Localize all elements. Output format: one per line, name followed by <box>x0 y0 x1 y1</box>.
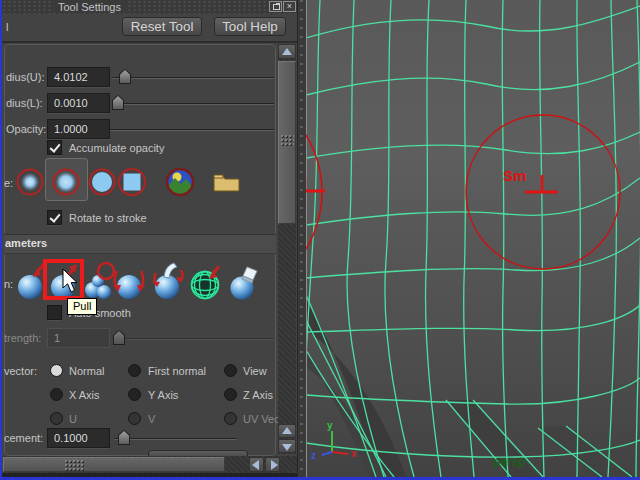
displacement-slider[interactable] <box>114 438 237 440</box>
radio-u <box>50 412 63 425</box>
radio-first-normal[interactable] <box>128 364 141 377</box>
radio-view-label: View <box>243 365 267 377</box>
reference-vector-label: vector: <box>4 365 37 377</box>
radio-uv-vector <box>224 412 237 425</box>
close-icon[interactable]: × <box>283 1 296 12</box>
radio-z-axis-label: Z Axis <box>243 389 273 401</box>
axis-x-label: x <box>351 448 357 459</box>
auto-smooth-checkbox[interactable] <box>47 305 62 320</box>
radius-u-slider[interactable] <box>112 77 274 79</box>
window-border-left <box>0 0 2 480</box>
tool-name-fragment: l <box>6 21 8 33</box>
brush-medium-soft-icon[interactable] <box>51 167 81 199</box>
scroll-left-button[interactable] <box>249 457 264 472</box>
rotate-to-stroke-checkbox[interactable] <box>47 210 62 225</box>
opacity-slider[interactable] <box>110 129 274 131</box>
parameters-section-header[interactable]: ameters <box>4 234 276 254</box>
strength-slider <box>112 338 274 340</box>
radius-l-slider[interactable] <box>112 103 274 105</box>
opacity-label: Opacity: <box>6 123 46 135</box>
profile-label: e: <box>4 177 13 189</box>
radio-z-axis[interactable] <box>224 388 237 401</box>
displacement-label: cement: <box>4 432 43 444</box>
radio-y-axis-label: Y Axis <box>148 389 178 401</box>
sculpt-brush-indicator: Sm <box>466 115 620 269</box>
vertical-scrollbar-thumb[interactable] <box>278 61 296 224</box>
radio-x-axis[interactable] <box>50 388 63 401</box>
accumulate-opacity-checkbox[interactable] <box>47 140 62 155</box>
arrow-up-icon <box>282 48 292 55</box>
check-icon <box>49 141 60 153</box>
viewport-persp[interactable]: Sm y x z persp <box>306 0 640 477</box>
operation-pinch-icon[interactable] <box>150 261 184 303</box>
horizontal-scrollbar-thumb[interactable] <box>3 457 225 472</box>
camera-name-label: persp <box>493 455 526 469</box>
radio-first-normal-label: First normal <box>148 365 206 377</box>
pull-tooltip: Pull <box>67 298 97 315</box>
operation-smooth-icon[interactable] <box>82 261 116 303</box>
vertical-scrollbar[interactable] <box>278 44 296 454</box>
operation-slide-icon[interactable] <box>186 261 224 303</box>
section-header-label: ameters <box>5 237 47 249</box>
radio-v <box>128 412 141 425</box>
viewport-canvas: Sm y x z persp <box>306 0 640 477</box>
radio-x-axis-label: X Axis <box>69 389 100 401</box>
arrow-left-icon <box>252 460 259 470</box>
brush-soft-icon[interactable] <box>15 167 45 199</box>
displacement-field[interactable]: 0.1000 <box>47 428 110 448</box>
radio-uv-vector-label: UV Vec <box>243 413 280 425</box>
panel-viewport-separator[interactable] <box>297 0 306 477</box>
strength-label: trength: <box>4 332 41 344</box>
scroll-down-button[interactable] <box>278 439 296 453</box>
operation-erase-icon[interactable] <box>227 261 263 303</box>
brush-solid-icon[interactable] <box>87 167 117 199</box>
panel-title: Tool Settings <box>52 1 127 13</box>
rotate-to-stroke-label: Rotate to stroke <box>69 212 147 224</box>
radio-y-axis[interactable] <box>128 388 141 401</box>
panel-titlebar[interactable]: Tool Settings × <box>2 0 297 14</box>
radius-u-label: dius(U): <box>6 71 45 83</box>
thumb-grip-dots <box>64 459 84 472</box>
opacity-field[interactable]: 1.0000 <box>47 119 110 139</box>
radius-u-field[interactable]: 4.0102 <box>47 67 110 87</box>
horizontal-scrollbar[interactable] <box>3 456 297 473</box>
radio-normal-label: Normal <box>69 365 104 377</box>
radius-l-label: dius(L): <box>6 97 43 109</box>
operation-label: n: <box>4 278 13 290</box>
thumb-grip-dots <box>280 134 294 147</box>
arrow-right-icon <box>271 460 278 470</box>
scroll-up-button-bottom[interactable] <box>278 424 296 438</box>
brush-operation-text: Sm <box>503 167 526 184</box>
radio-u-label: U <box>69 413 77 425</box>
tool-settings-panel: Tool Settings × l Reset Tool Tool Help d… <box>2 0 297 477</box>
axis-y-label: y <box>327 420 333 431</box>
accumulate-opacity-label: Accumulate opacity <box>69 142 164 154</box>
scroll-right-button[interactable] <box>265 457 280 472</box>
brush-square-icon[interactable] <box>117 167 147 199</box>
restore-window-icon[interactable] <box>269 1 282 12</box>
radius-l-field[interactable]: 0.0010 <box>47 93 110 113</box>
brush-image-icon[interactable] <box>165 167 195 199</box>
sculpt-brush-indicator-left <box>306 83 325 301</box>
radio-v-label: V <box>148 413 155 425</box>
browse-folder-icon[interactable] <box>211 169 243 197</box>
mouse-cursor-icon <box>62 268 80 296</box>
radio-normal[interactable] <box>50 364 63 377</box>
arrow-up-icon <box>282 427 292 434</box>
toolbar-divider <box>2 41 297 43</box>
radio-view[interactable] <box>224 364 237 377</box>
maya-window: Tool Settings × l Reset Tool Tool Help d… <box>0 0 640 480</box>
reset-tool-button[interactable]: Reset Tool <box>122 17 202 36</box>
tool-help-button[interactable]: Tool Help <box>214 17 286 36</box>
scroll-up-button[interactable] <box>278 44 296 59</box>
strength-field: 1 <box>47 328 110 348</box>
axis-z-label: z <box>311 450 316 461</box>
operation-relax-icon[interactable] <box>112 261 146 303</box>
arrow-down-icon <box>282 444 292 451</box>
check-icon <box>49 211 60 223</box>
operation-push-icon[interactable] <box>13 261 47 303</box>
